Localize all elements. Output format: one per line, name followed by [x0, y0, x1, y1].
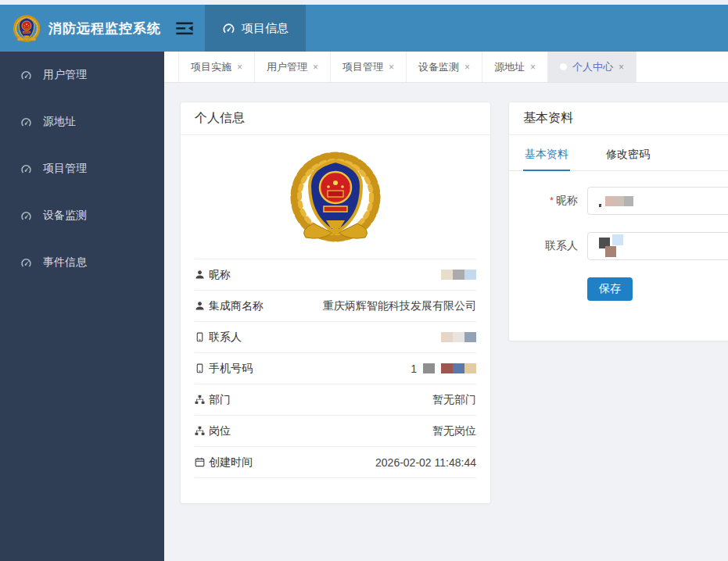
sidebar-item-user-management[interactable]: 用户管理 — [0, 52, 164, 98]
row-value: 暂无部门 — [432, 393, 476, 407]
sitemap-icon — [195, 395, 205, 405]
sidebar-item-device-monitoring[interactable]: 设备监测 — [0, 192, 164, 239]
row-label: 部门 — [209, 393, 231, 407]
row-label: 集成商名称 — [209, 299, 264, 313]
tag-tab-project-implementation[interactable]: 项目实施 × — [178, 52, 255, 82]
close-icon[interactable]: × — [237, 62, 242, 73]
tag-tab-personal-center[interactable]: 个人中心 × — [548, 52, 637, 82]
profile-row-contact-person: 联系人 — [195, 322, 476, 353]
dashboard-icon — [20, 257, 32, 269]
sidebar-item-event-info[interactable]: 事件信息 — [0, 239, 164, 286]
close-icon[interactable]: × — [389, 62, 394, 73]
row-value: 重庆炳辉智能科技发展有限公司 — [323, 299, 476, 313]
row-value-redacted — [441, 270, 476, 280]
dashboard-icon — [20, 163, 32, 175]
row-label: 手机号码 — [209, 362, 253, 376]
row-label: 联系人 — [209, 331, 242, 345]
topnav-item-project-info[interactable]: 项目信息 — [205, 5, 306, 52]
sitemap-icon — [195, 426, 205, 436]
app-header: 消防远程监控系统 项目信息 — [0, 5, 728, 52]
sidebar-item-label: 源地址 — [43, 115, 76, 129]
profile-row-position: 岗位 暂无岗位 — [195, 416, 476, 447]
close-icon[interactable]: × — [530, 62, 536, 73]
app-title: 消防远程监控系统 — [48, 20, 161, 38]
tag-tab-device-monitoring[interactable]: 设备监测 × — [407, 52, 482, 82]
nickname-input[interactable] — [587, 187, 728, 215]
basic-info-form: *昵称 联系人 保存 — [509, 187, 728, 301]
basic-info-card: 基本资料 基本资料 修改密码 *昵称 联系人 — [508, 102, 728, 341]
sidebar: 用户管理 源地址 项目管理 设备监测 事件信息 — [0, 52, 164, 561]
sidebar-item-source-address[interactable]: 源地址 — [0, 98, 164, 145]
fire-service-emblem-image — [289, 148, 382, 245]
outdent-menu-icon — [176, 22, 193, 35]
row-label: 创建时间 — [209, 456, 253, 470]
tag-label: 项目实施 — [191, 60, 231, 74]
mobile-icon — [195, 332, 205, 342]
close-icon[interactable]: × — [313, 62, 318, 73]
sidebar-toggle-button[interactable] — [164, 5, 205, 52]
personal-info-card-title: 个人信息 — [181, 102, 490, 135]
profile-row-integrator-name: 集成商名称 重庆炳辉智能科技发展有限公司 — [195, 291, 476, 322]
main-content: 个人信息 昵称 — [164, 83, 728, 561]
tag-label: 源地址 — [494, 60, 525, 74]
profile-rows: 昵称 集成商名称 重庆炳辉智能科技发展有限公司 联系人 — [195, 259, 476, 478]
dashboard-icon — [20, 210, 32, 222]
field-label: 昵称 — [556, 194, 578, 206]
mobile-icon — [195, 363, 205, 373]
brand: 消防远程监控系统 — [0, 5, 164, 52]
sidebar-item-label: 事件信息 — [43, 255, 87, 270]
dashboard-icon — [20, 116, 32, 128]
open-tags-bar: 项目实施 × 用户管理 × 项目管理 × 设备监测 × 源地址 × 个人中心 × — [164, 52, 728, 83]
tab-change-password[interactable]: 修改密码 — [604, 148, 651, 170]
sidebar-item-label: 用户管理 — [43, 68, 87, 82]
app-logo-icon — [13, 14, 41, 43]
tag-label: 个人中心 — [572, 60, 613, 74]
contact-person-input[interactable] — [587, 232, 728, 260]
row-label: 岗位 — [209, 424, 231, 438]
calendar-icon — [195, 457, 205, 467]
profile-row-created-time: 创建时间 2026-02-02 11:48:44 — [195, 447, 476, 478]
row-value-redacted — [441, 332, 476, 342]
row-label: 昵称 — [209, 268, 231, 282]
close-icon[interactable]: × — [619, 62, 624, 73]
tag-tab-project-management[interactable]: 项目管理 × — [331, 52, 407, 82]
user-icon — [195, 270, 205, 280]
row-value-redacted: 1 — [411, 363, 476, 375]
topnav-item-label: 项目信息 — [242, 21, 289, 36]
tab-basic-info[interactable]: 基本资料 — [523, 148, 570, 170]
dashboard-icon — [20, 70, 32, 81]
active-tag-dot — [560, 63, 567, 70]
close-icon[interactable]: × — [464, 62, 470, 73]
form-row-contact-person: 联系人 — [509, 232, 728, 260]
form-row-nickname: *昵称 — [509, 187, 728, 215]
basic-info-tabs: 基本资料 修改密码 — [509, 148, 728, 171]
sidebar-item-project-management[interactable]: 项目管理 — [0, 145, 164, 192]
row-value: 暂无岗位 — [432, 424, 476, 438]
tag-label: 用户管理 — [267, 60, 307, 74]
tag-label: 项目管理 — [342, 60, 383, 74]
dashboard-icon — [222, 22, 235, 35]
save-button[interactable]: 保存 — [587, 277, 633, 301]
sidebar-item-label: 项目管理 — [43, 162, 87, 176]
required-marker: * — [550, 195, 554, 206]
profile-row-phone-number: 手机号码 1 — [195, 353, 476, 384]
profile-row-nickname: 昵称 — [195, 259, 476, 291]
tag-tab-user-management[interactable]: 用户管理 × — [255, 52, 331, 82]
user-icon — [195, 301, 205, 311]
avatar — [181, 135, 490, 259]
row-value: 2026-02-02 11:48:44 — [375, 456, 476, 469]
basic-info-card-title: 基本资料 — [509, 102, 728, 135]
tag-label: 设备监测 — [418, 60, 459, 74]
sidebar-item-label: 设备监测 — [43, 209, 87, 223]
row-value-visible-digit: 1 — [411, 363, 417, 375]
field-label: 联系人 — [545, 239, 578, 252]
personal-info-card: 个人信息 昵称 — [180, 102, 491, 504]
profile-row-department: 部门 暂无部门 — [195, 384, 476, 416]
tag-tab-source-address[interactable]: 源地址 × — [482, 52, 548, 82]
